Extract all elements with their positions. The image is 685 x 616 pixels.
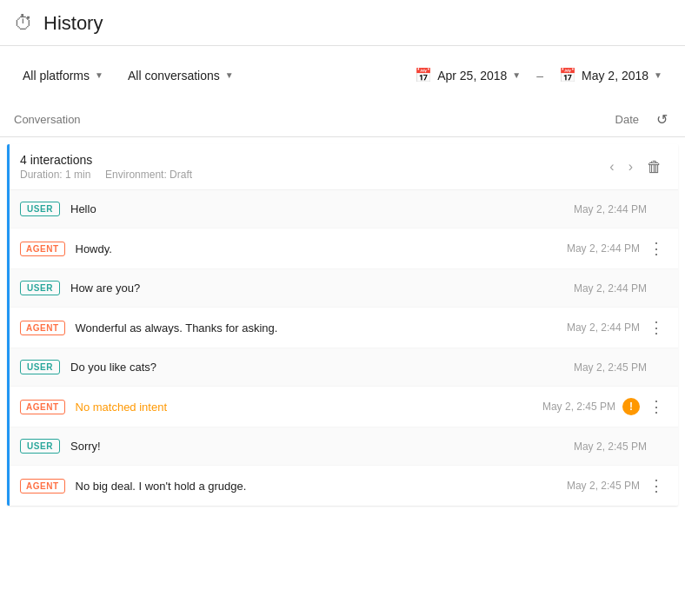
message-text: Sorry! [70, 440, 541, 453]
message-row: USERHelloMay 2, 2:44 PM [10, 190, 678, 229]
user-badge: USER [20, 439, 60, 454]
history-icon: ⏱ [14, 12, 33, 35]
calendar-to-icon: 📅 [559, 67, 576, 83]
agent-badge: AGENT [20, 479, 65, 493]
message-row: AGENTWonderful as always. Thanks for ask… [10, 308, 678, 348]
user-badge: USER [20, 281, 60, 295]
date-separator: – [536, 69, 543, 83]
message-row: USERSorry!May 2, 2:45 PM [10, 427, 678, 466]
date-to-value: May 2, 2018 [582, 69, 648, 83]
message-text: Howdy. [76, 242, 535, 255]
more-button[interactable]: ⋮ [645, 474, 668, 497]
user-badge: USER [20, 202, 60, 216]
message-text: No big deal. I won't hold a grudge. [76, 480, 535, 493]
message-date: May 2, 2:45 PM [551, 440, 647, 453]
message-row: AGENTHowdy.May 2, 2:44 PM⋮ [10, 229, 678, 269]
message-date: May 2, 2:44 PM [544, 242, 640, 255]
date-from-picker[interactable]: 📅 Apr 25, 2018 ▼ [406, 62, 529, 89]
page-title: History [43, 12, 103, 35]
refresh-button[interactable]: ↺ [653, 109, 671, 129]
message-row: USERDo you like cats?May 2, 2:45 PM [10, 348, 678, 387]
message-date: May 2, 2:44 PM [551, 282, 647, 295]
calendar-from-icon: 📅 [415, 67, 432, 83]
message-date: May 2, 2:44 PM [544, 321, 640, 334]
conversation-info: 4 interactions Duration: 1 min Environme… [20, 153, 604, 181]
col-date-label: Date [535, 113, 639, 126]
messages-container: USERHelloMay 2, 2:44 PMAGENTHowdy.May 2,… [10, 190, 678, 506]
platform-label: All platforms [23, 69, 90, 83]
message-text: No matched intent [76, 401, 510, 414]
warning-icon: ! [622, 398, 640, 415]
filters-row: All platforms ▼ All conversations ▼ 📅 Ap… [0, 46, 685, 103]
conversation-title: 4 interactions [20, 153, 604, 167]
message-text: How are you? [70, 282, 541, 295]
platform-arrow-icon: ▼ [95, 70, 103, 80]
message-text: Do you like cats? [70, 361, 541, 374]
conversation-dropdown[interactable]: All conversations ▼ [119, 63, 243, 88]
agent-badge: AGENT [20, 400, 65, 414]
more-button[interactable]: ⋮ [645, 395, 668, 418]
environment-label: Environment: Draft [105, 169, 192, 181]
message-row: AGENTNo matched intentMay 2, 2:45 PM!⋮ [10, 387, 678, 427]
date-from-value: Apr 25, 2018 [437, 69, 507, 83]
date-from-arrow-icon: ▼ [512, 70, 521, 80]
message-date: May 2, 2:45 PM [520, 401, 615, 413]
user-badge: USER [20, 360, 60, 374]
conversation-arrow-icon: ▼ [225, 70, 234, 80]
platform-dropdown[interactable]: All platforms ▼ [14, 63, 112, 88]
agent-badge: AGENT [20, 321, 65, 335]
date-range: 📅 Apr 25, 2018 ▼ – 📅 May 2, 2018 ▼ [406, 62, 671, 89]
next-button[interactable]: › [623, 156, 638, 178]
date-to-picker[interactable]: 📅 May 2, 2018 ▼ [550, 62, 671, 89]
conversation-block: 4 interactions Duration: 1 min Environme… [7, 144, 678, 506]
date-to-arrow-icon: ▼ [654, 70, 662, 80]
delete-button[interactable]: 🗑 [642, 155, 668, 180]
message-text: Hello [70, 202, 541, 215]
message-row: USERHow are you?May 2, 2:44 PM [10, 269, 678, 308]
more-button[interactable]: ⋮ [645, 316, 668, 339]
conversation-header: 4 interactions Duration: 1 min Environme… [10, 144, 678, 190]
col-conversation-label: Conversation [14, 113, 535, 126]
message-date: May 2, 2:44 PM [551, 203, 647, 215]
conversation-nav: ‹ › 🗑 [604, 155, 668, 180]
conversation-meta: Duration: 1 min Environment: Draft [20, 169, 604, 181]
table-header: Conversation Date ↺ [0, 103, 685, 137]
message-date: May 2, 2:45 PM [544, 480, 640, 492]
page-header: ⏱ History [0, 0, 685, 46]
message-date: May 2, 2:45 PM [551, 361, 647, 374]
more-button[interactable]: ⋮ [645, 237, 668, 260]
duration-label: Duration: 1 min [20, 169, 90, 181]
agent-badge: AGENT [20, 242, 65, 256]
message-row: AGENTNo big deal. I won't hold a grudge.… [10, 466, 678, 506]
conversation-label: All conversations [128, 69, 220, 83]
prev-button[interactable]: ‹ [604, 156, 619, 178]
message-text: Wonderful as always. Thanks for asking. [76, 321, 535, 334]
